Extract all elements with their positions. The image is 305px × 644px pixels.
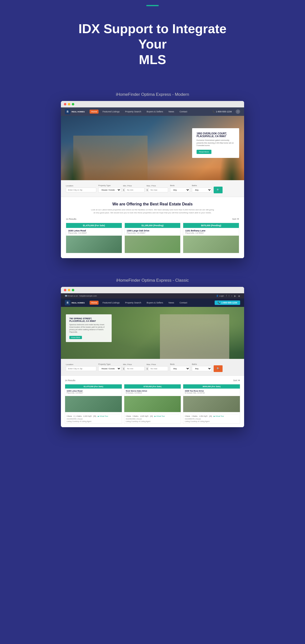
classic-location-label: Location (66, 363, 96, 366)
classic-property-type-label: Property Type (98, 363, 121, 365)
baths-field: Baths Any (192, 184, 212, 192)
min-price-input[interactable] (125, 188, 144, 192)
classic-max-price-wrapper: $ (146, 366, 168, 371)
nav-item-news[interactable]: News (167, 110, 176, 114)
classic-prop-city-3: El Dorado Hills, CA 95762 (185, 392, 238, 394)
classic-prop-stats-wrapper-1: 3 Beds 2 | 1 Baths 2,433 SqFt (59) ▶ Vir… (65, 412, 122, 424)
property-address-3: 1101 Bethany Lane (185, 230, 237, 232)
nav-item-search[interactable]: Property Search (124, 110, 142, 114)
classic-prop-stats-wrapper-2: 3 Beds 3 Baths 1,625 SqFt (30) ▶ Virtual… (124, 412, 181, 424)
property-type-select[interactable]: House / Condo (98, 187, 121, 192)
baths-count-1: 2 | 1 Baths (74, 415, 82, 417)
classic-social-tw[interactable]: t (229, 294, 230, 297)
browser-chrome-bar (61, 101, 244, 108)
nav-item-home[interactable]: Home (90, 110, 98, 114)
classic-top-right: 👤 Login f t ▪ ▶ ◆ (216, 294, 240, 297)
classic-property-address: 790 SPRING STREET, PLACERVILLE, CA 95667 (69, 317, 108, 322)
results-count: 14 Results (66, 218, 76, 220)
baths-count-3: 2 Baths (192, 415, 198, 417)
max-price-field: Max. Price $ (146, 185, 168, 192)
classic-sort-button[interactable]: Sort ▼ (233, 379, 240, 382)
classic-baths-field: Baths Any (192, 363, 212, 371)
modern-property-description: Exclusive Greenstone gated community pre… (196, 139, 235, 147)
classic-max-price-input[interactable] (148, 366, 168, 371)
classic-prop-address-1: 1630 Lotus Road (66, 390, 120, 392)
classic-search-row: Location Property Type House / Condo Min… (66, 362, 239, 372)
nav-item-buyers[interactable]: Buyers & Sellers (145, 110, 165, 114)
classic-search-button[interactable]: 🔍 (214, 365, 222, 372)
classic-property-grid: $1,475,000 (For Sale) 1630 Lotus Road Pl… (65, 384, 240, 424)
classic-property-card-1[interactable]: $1,475,000 (For Sale) 1630 Lotus Road Pl… (65, 384, 122, 424)
page-wrapper: IDX Support to Integrate Your MLS iHomeF… (0, 0, 305, 442)
max-price-wrapper: $ (146, 188, 168, 192)
classic-property-card-3[interactable]: $699,000 (For Sale) 3308 Tea Rose Drive … (183, 384, 240, 424)
classic-property-type-select[interactable]: House / Condo (98, 366, 121, 371)
classic-social-fb[interactable]: f (226, 294, 227, 297)
classic-nav-contact[interactable]: Contact (178, 301, 189, 305)
property-type-field: Property Type House / Condo (98, 184, 121, 192)
classic-prop-info-1: 1630 Lotus Road Placerville, CA 95667 (65, 388, 122, 396)
classic-min-price-input[interactable] (125, 366, 144, 371)
sqft-count-1: 2,433 SqFt (83, 415, 92, 417)
baths-count-2: 3 Baths (132, 415, 138, 417)
modern-search-button[interactable]: 🔍 (214, 186, 222, 193)
classic-property-description: Spacious bedrooms and inside laundry clo… (69, 324, 108, 333)
property-price-badge-2: $1,195,000 (Pending) (125, 223, 180, 228)
top-accent-container (0, 0, 305, 6)
user-icon[interactable]: ♡ (236, 110, 240, 114)
classic-nav-buyers[interactable]: Buyers & Sellers (145, 301, 165, 305)
modern-read-more-button[interactable]: Read More (196, 150, 212, 154)
classic-top-bar: 📧 Email us at : help@example.com 👤 Login… (61, 293, 244, 298)
modern-logo: R REAL HOMES (65, 109, 85, 114)
classic-property-box: 790 SPRING STREET, PLACERVILLE, CA 95667… (66, 314, 112, 342)
classic-max-price-field: Max. Price $ (146, 363, 168, 371)
modern-property-grid: $1,475,000 (For Sale) 1630 Lotus Road Pl… (66, 223, 239, 253)
modern-property-box: 1892 OVERLOOK COURT, PLACERVILLE, CA 956… (192, 128, 239, 158)
sort-button[interactable]: Sort ▼ (232, 218, 239, 220)
classic-prop-city-1: Placerville, CA 95667 (66, 392, 120, 394)
location-field: Location (66, 185, 96, 192)
sqft-count-3: 1,954 SqFt (199, 415, 208, 417)
classic-baths-select[interactable]: Any (192, 366, 212, 371)
classic-social-rss[interactable]: ◆ (238, 294, 240, 297)
classic-nav-news[interactable]: News (167, 301, 176, 305)
nav-item-featured[interactable]: Featured Listings (101, 110, 121, 114)
classic-phone-btn[interactable]: 📞 1-800-555-1234 (215, 300, 240, 305)
classic-prop-agent-1: Listing Courtesy of Listing Agent (66, 420, 120, 422)
modern-property-card-2[interactable]: $1,195,000 (Pending) 1300 Large Oak Driv… (124, 223, 181, 253)
logo-text: REAL HOMES (72, 111, 85, 113)
property-info-2: 1300 Large Oak Drive Placerville, CA 956… (125, 228, 180, 236)
property-image-2 (125, 236, 180, 253)
logo-icon: R (65, 109, 70, 114)
classic-logo-text: REAL HOMES (72, 302, 85, 304)
classic-property-card-2[interactable]: $735,000 (For Sale) 5112 Sierra Oaks Dri… (124, 384, 181, 424)
classic-hero: 790 SPRING STREET, PLACERVILLE, CA 95667… (61, 307, 244, 359)
classic-social-yt[interactable]: ▶ (234, 294, 236, 297)
max-price-input[interactable] (148, 188, 168, 192)
nav-item-contact[interactable]: Contact (178, 110, 189, 114)
classic-prop-id-2: #222062068 | House (126, 418, 180, 420)
property-price-badge-3: $875,000 (Pending) (183, 223, 239, 228)
modern-property-card-1[interactable]: $1,475,000 (For Sale) 1630 Lotus Road Pl… (66, 223, 122, 253)
classic-location-input[interactable] (66, 366, 96, 371)
modern-navbar: R REAL HOMES Home Featured Listings Prop… (61, 108, 244, 116)
modern-section-label: iHomeFinder Optima Express - Modern (116, 92, 189, 97)
classic-nav-featured[interactable]: Featured Listings (101, 301, 121, 305)
property-image-1 (66, 236, 122, 253)
classic-prop-agent-3: Listing Courtesy of Listing Agent (185, 420, 238, 422)
classic-know-more-button[interactable]: Know More (69, 336, 82, 339)
modern-property-card-3[interactable]: $875,000 (Pending) 1101 Bethany Lane Pla… (183, 223, 239, 253)
classic-nav-search[interactable]: Property Search (124, 301, 142, 305)
virtual-tour-3[interactable]: ▶ Virtual Tour (214, 415, 224, 417)
classic-beds-select[interactable]: Any (170, 366, 190, 371)
virtual-tour-2[interactable]: ▶ Virtual Tour (154, 415, 165, 417)
property-city-2: Placerville, CA 95667 (127, 232, 178, 234)
virtual-tour-1[interactable]: ▶ Virtual Tour (98, 415, 108, 417)
classic-nav-home[interactable]: Home (90, 301, 98, 305)
location-input[interactable] (66, 188, 96, 192)
baths-select[interactable]: Any (192, 187, 212, 192)
beds-select[interactable]: Any (170, 187, 190, 192)
classic-social-ig[interactable]: ▪ (231, 294, 232, 297)
classic-login[interactable]: 👤 Login (216, 295, 224, 297)
beds-field: Beds Any (170, 184, 190, 192)
